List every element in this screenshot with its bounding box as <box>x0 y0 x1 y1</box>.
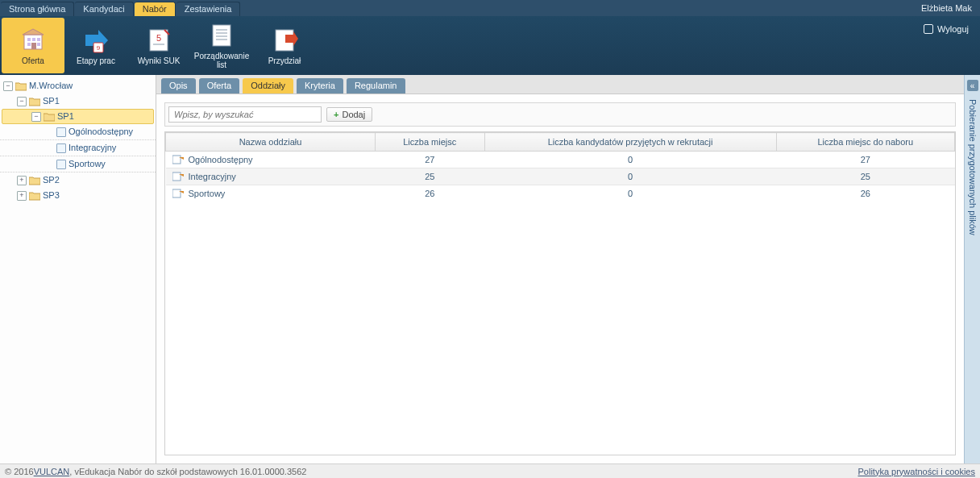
svg-text:9: 9 <box>97 44 101 52</box>
svg-rect-4 <box>27 43 31 46</box>
add-button[interactable]: + Dodaj <box>326 107 372 122</box>
tree-node-root[interactable]: − M.Wrocław <box>0 78 156 94</box>
add-label: Dodaj <box>342 110 365 119</box>
tree-label: SP1 <box>57 110 74 123</box>
svg-marker-7 <box>23 29 44 35</box>
chevron-left-icon: « <box>970 81 975 90</box>
logout-label: Wyloguj <box>937 24 969 34</box>
col-avail[interactable]: Liczba miejsc do naboru <box>776 133 954 152</box>
ribbon-offer[interactable]: Oferta <box>2 18 64 73</box>
downloads-panel-label[interactable]: Pobieranie przygotowanych plików <box>968 96 978 235</box>
folder-open-icon <box>15 81 27 91</box>
search-input[interactable] <box>168 106 322 123</box>
folder-icon <box>29 191 40 201</box>
col-places[interactable]: Liczba miejsc <box>376 133 485 152</box>
footer: © 2016 VULCAN , vEdukacja Nabór do szkół… <box>0 463 980 478</box>
ribbon-stages[interactable]: 9 Etapy prac <box>64 16 127 75</box>
row-places: 27 <box>376 152 485 168</box>
table-row[interactable]: Ogólnodostępny 27 0 27 <box>166 152 955 168</box>
tree-label: Sportowy <box>69 158 106 170</box>
tree-label: SP1 <box>43 95 60 107</box>
ribbon-sortlists[interactable]: Porządkowanie list <box>190 16 253 75</box>
plus-icon: + <box>334 110 338 119</box>
dtab-criteria[interactable]: Kryteria <box>297 78 343 94</box>
ribbon: Oferta 9 Etapy prac 5 Wyniki SUK Porządk… <box>0 16 980 75</box>
row-accepted: 0 <box>484 168 776 185</box>
row-places: 25 <box>376 168 485 185</box>
svg-rect-3 <box>37 38 40 41</box>
ribbon-results[interactable]: 5 Wyniki SUK <box>127 16 190 75</box>
collapse-icon[interactable]: − <box>17 97 27 106</box>
table-row[interactable]: Integracyjny 25 0 25 <box>166 168 955 185</box>
tree-node-sp3[interactable]: + SP3 <box>0 188 156 203</box>
svg-rect-2 <box>32 38 35 41</box>
grid-toolbar: + Dodaj <box>164 102 956 127</box>
svg-text:5: 5 <box>156 33 161 43</box>
ribbon-label: Przydział <box>268 56 301 65</box>
ribbon-label: Wyniki SUK <box>138 56 181 65</box>
tree-label: SP2 <box>43 174 60 186</box>
col-accepted[interactable]: Liczba kandydatów przyjętych w rekrutacj… <box>484 133 776 152</box>
row-accepted: 0 <box>484 185 776 202</box>
svg-rect-26 <box>172 189 181 197</box>
document-icon <box>56 160 66 169</box>
tree-node-dept-integration[interactable]: Integracyjny <box>0 140 156 156</box>
assign-icon <box>271 27 298 54</box>
tab-home[interactable]: Strona główna <box>1 2 74 16</box>
top-nav: Strona główna Kandydaci Nabór Zestawieni… <box>0 0 980 16</box>
row-name: Ogólnodostępny <box>189 155 253 164</box>
ribbon-label: Porządkowanie list <box>190 52 253 69</box>
row-places: 26 <box>376 185 485 202</box>
row-accepted: 0 <box>484 152 776 168</box>
tree-node-sp1[interactable]: − SP1 <box>0 94 156 109</box>
footer-privacy-link[interactable]: Polityka prywatności i cookies <box>858 467 975 476</box>
building-icon <box>19 27 47 54</box>
svg-rect-5 <box>37 43 40 46</box>
svg-rect-6 <box>31 43 36 49</box>
tree-label: Integracyjny <box>69 142 116 154</box>
expand-icon[interactable]: + <box>17 176 27 185</box>
expand-panel-button[interactable]: « <box>967 80 978 91</box>
collapse-icon[interactable]: − <box>3 81 13 91</box>
ribbon-label: Oferta <box>22 56 44 65</box>
document-icon <box>56 127 66 137</box>
downloads-panel-collapsed: « Pobieranie przygotowanych plików <box>964 75 980 463</box>
row-name: Integracyjny <box>189 172 236 181</box>
footer-vendor-link[interactable]: VULCAN <box>34 467 70 476</box>
collapse-icon[interactable]: − <box>31 112 41 122</box>
svg-rect-22 <box>172 156 181 164</box>
tree-node-dept-sport[interactable]: Sportowy <box>0 156 156 172</box>
arrow-icon: 9 <box>82 27 110 54</box>
tree-label: Ogólnodostępny <box>69 126 133 138</box>
folder-icon <box>29 176 40 185</box>
table-row[interactable]: Sportowy 26 0 26 <box>166 185 955 202</box>
col-name[interactable]: Nazwa oddziału <box>166 133 376 152</box>
row-icon <box>172 189 184 198</box>
tab-candidates[interactable]: Kandydaci <box>75 2 133 16</box>
row-icon <box>172 155 184 164</box>
row-avail: 25 <box>776 168 954 185</box>
svg-rect-24 <box>172 172 181 181</box>
tree-node-dept-general[interactable]: Ogólnodostępny <box>0 124 156 140</box>
logout-button[interactable]: Wyloguj <box>924 24 969 34</box>
dtab-description[interactable]: Opis <box>161 78 196 94</box>
main-area: − M.Wrocław − SP1 − SP1 Ogólnodostępny <box>0 75 980 463</box>
tab-recruitment[interactable]: Nabór <box>135 2 176 16</box>
tab-reports[interactable]: Zestawienia <box>176 2 241 16</box>
dtab-departments[interactable]: Oddziały <box>243 78 293 94</box>
list-icon <box>208 22 235 49</box>
svg-rect-1 <box>27 38 31 41</box>
logout-icon <box>924 24 933 34</box>
tree-node-sp2[interactable]: + SP2 <box>0 172 156 188</box>
dtab-offer[interactable]: Oferta <box>199 78 240 94</box>
detail-tabs: Opis Oferta Oddziały Kryteria Regulamin <box>156 75 964 94</box>
tree-label: SP3 <box>43 189 60 202</box>
svg-rect-15 <box>213 25 230 46</box>
row-icon <box>172 172 184 181</box>
expand-icon[interactable]: + <box>17 191 27 201</box>
document-icon <box>56 143 66 153</box>
user-name: Elżbieta Mak <box>913 3 980 13</box>
tree-node-sp1-sub[interactable]: − SP1 <box>2 109 154 124</box>
dtab-regulations[interactable]: Regulamin <box>347 78 405 94</box>
ribbon-assign[interactable]: Przydział <box>253 16 316 75</box>
